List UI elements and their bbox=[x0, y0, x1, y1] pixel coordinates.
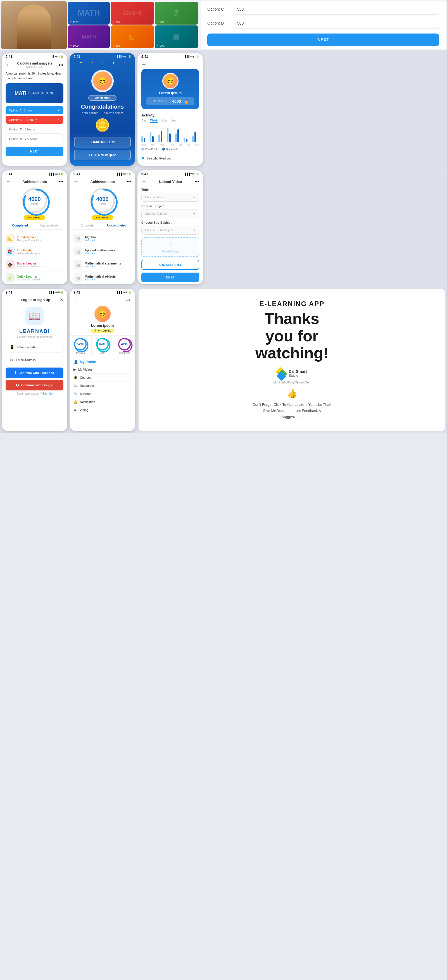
login-brand: LEARNABI bbox=[2, 328, 67, 334]
upload-back[interactable]: ← bbox=[142, 179, 146, 185]
next-button-row1[interactable]: NEXT bbox=[207, 33, 439, 46]
profile-status: ▐▐▐WiFi🔋 bbox=[184, 55, 199, 58]
share-results-btn[interactable]: SHARE RESULTS bbox=[74, 137, 131, 148]
menu-resources[interactable]: 📖 Resources bbox=[73, 382, 131, 390]
quiz-next-btn[interactable]: NEXT bbox=[6, 146, 64, 156]
signup-link[interactable]: Sign Up bbox=[43, 392, 53, 395]
quiz-option-d[interactable]: Option: D 2.5 hours bbox=[6, 135, 64, 143]
math-card-3[interactable]: 2 ♥ 238 bbox=[155, 2, 198, 25]
facebook-login-btn[interactable]: f Continue with Facebook bbox=[6, 368, 64, 378]
subject-label: Choose Subject bbox=[142, 204, 199, 208]
profile-top-section: 😊 Lorem ipsum Total Points | 4000 🏅 bbox=[142, 69, 199, 109]
see-who-liked[interactable]: ♥ See who liked you bbox=[137, 153, 203, 163]
quiz-option-c[interactable]: Option: C 3 hours bbox=[6, 125, 64, 134]
math-card-2[interactable]: 12+6=8 ♥ 335 bbox=[111, 2, 154, 25]
menu-courses[interactable]: 🎓 Courses bbox=[73, 374, 131, 382]
option-c-input: 558 bbox=[233, 4, 439, 14]
profile2-back[interactable]: ← bbox=[73, 297, 78, 303]
svg-point-2 bbox=[75, 339, 88, 352]
congrats-avatar-ring: 😊 bbox=[91, 70, 114, 92]
achieve2-tab-completed[interactable]: Completed bbox=[73, 222, 103, 229]
quiz-option-a[interactable]: Option: A 1 hour✓ bbox=[6, 106, 64, 114]
menu-setting[interactable]: ⚙ Setting bbox=[73, 406, 131, 414]
achieve-item-3[interactable]: 🎓 Super LearnerAlgebra and statistics bbox=[6, 258, 64, 272]
quiz-options-panel: Option: C 558 Option: D 580 NEXT bbox=[200, 1, 446, 49]
take-new-quiz-btn[interactable]: TAKE A NEW QUIZ bbox=[74, 150, 131, 160]
upload-title: Upload Video bbox=[159, 180, 182, 184]
achieve1-tab-uncompleted[interactable]: Uncompleted bbox=[35, 222, 64, 229]
courses-icon: 🎓 bbox=[73, 375, 78, 380]
profile-back[interactable]: ← bbox=[142, 62, 146, 67]
quiz-more-icon[interactable]: ••• bbox=[59, 62, 64, 68]
card2-count: 335 bbox=[116, 21, 120, 24]
person-image bbox=[1, 1, 67, 49]
unachieve-item-4[interactable]: ▦ Mathematical objects+20 point bbox=[73, 272, 131, 284]
profile-activity-phone: 9:41 ▐▐▐WiFi🔋 ← 😊 Lorem ipsum Total Poin… bbox=[137, 53, 203, 166]
achieve2-back[interactable]: ← bbox=[73, 179, 78, 185]
svg-point-1 bbox=[92, 189, 117, 215]
profile2-status: ▐▐▐ WiFi 🔋 bbox=[116, 291, 131, 294]
achieve1-tab-completed[interactable]: Completed bbox=[6, 222, 35, 229]
notification-icon: 🔔 bbox=[73, 400, 78, 404]
option-c-label: Option: C bbox=[207, 7, 230, 11]
subject-select[interactable]: Choose Subject ▼ bbox=[142, 209, 199, 218]
achieve1-more[interactable]: ••• bbox=[59, 179, 64, 185]
upload-more[interactable]: ••• bbox=[194, 179, 199, 185]
achieve2-score-ring: 4000 Points bbox=[90, 188, 115, 213]
achieve-item-4[interactable]: ⚡ Quick LearnerCalculus and analysis bbox=[6, 272, 64, 284]
congrats-phone: 9:41 ▐▐▐WiFi🔋 ✦ ✦ + ✦ × 😊 VIP Member Con… bbox=[70, 53, 135, 166]
thanks-text: Thanks you for watching! bbox=[255, 310, 328, 362]
profile2-name: Lorem ipsum bbox=[91, 323, 114, 328]
support-icon: 🔧 bbox=[73, 392, 78, 396]
row3-right-spacer bbox=[205, 170, 445, 284]
achieve-item-1[interactable]: 📐 The AchieverTheory of Computation bbox=[6, 232, 64, 245]
achieve2-status: ▐▐▐ WiFi 🔋 bbox=[116, 173, 131, 175]
studio-logo: Da_Smart Studio bbox=[277, 368, 307, 379]
achieve2-more[interactable]: ••• bbox=[127, 179, 131, 185]
phone-option[interactable]: 📱 Phone number bbox=[6, 342, 64, 352]
upload-next-btn[interactable]: NEXT bbox=[142, 272, 199, 282]
browser-file-btn[interactable]: BROWSER FILE bbox=[142, 260, 199, 270]
congrats-title: Congratulations bbox=[81, 103, 124, 110]
achieve2-tab-uncompleted[interactable]: Uncompleted bbox=[103, 222, 132, 229]
email-option[interactable]: ✉ Email Address bbox=[6, 355, 64, 365]
my-profile-section-title: 👤 My Profile bbox=[73, 360, 131, 364]
google-login-btn[interactable]: G Continue with Google bbox=[6, 380, 64, 390]
math-card-6[interactable]: 🔢 ♥ 200 bbox=[155, 25, 198, 48]
quiz-phone-title: Calculus and analysis bbox=[17, 62, 52, 65]
math-card-1[interactable]: MATH ♥ 1207 bbox=[68, 2, 110, 25]
sub-subject-select[interactable]: Choose Sub-Subject ▼ bbox=[142, 226, 199, 235]
login-close-icon[interactable]: ✕ bbox=[60, 297, 64, 302]
login-subtitle: Select desired login method bbox=[2, 336, 67, 339]
thanks-footer: Don't Forget Click To Appreciate If You … bbox=[253, 402, 331, 420]
tittle-select[interactable]: Choose Tittle ▼ bbox=[142, 193, 199, 202]
unachieve-item-1[interactable]: ▦ Algebra+40 point bbox=[73, 232, 131, 245]
card1-count: 1207 bbox=[73, 21, 78, 24]
achieve2-time: 9:41 bbox=[73, 172, 80, 176]
menu-my-videos[interactable]: ▶ My Videos bbox=[73, 366, 131, 374]
card3-count: 238 bbox=[160, 21, 164, 24]
upload-box[interactable]: ↑ Upload Video bbox=[142, 237, 199, 257]
achieve1-back[interactable]: ← bbox=[6, 179, 11, 185]
upload-video-phone: 9:41 ▐▐▐ WiFi 🔋 ← Upload Video ••• Tittl… bbox=[137, 170, 203, 284]
sub-subject-label: Choose Sub-Subject bbox=[142, 221, 199, 224]
profile2-edit-btn[interactable]: edit bbox=[126, 299, 131, 302]
math-card-5[interactable]: 📐 ♥ 300 bbox=[111, 25, 154, 48]
achieve-item-2[interactable]: 📚 The MasterMathematical objects bbox=[6, 245, 64, 258]
congrats-subtitle: Your earned +1000 free coins! bbox=[76, 111, 129, 115]
card5-count: 300 bbox=[116, 45, 120, 47]
menu-support[interactable]: 🔧 Support bbox=[73, 390, 131, 398]
unachieve-item-3[interactable]: ▦ Mathematical statements+30 point bbox=[73, 258, 131, 272]
activity-tabs[interactable]: Day Week Mon Year bbox=[142, 119, 199, 123]
quiz-back-arrow[interactable]: ← bbox=[6, 62, 11, 68]
quiz-option-b[interactable]: Option: B 1.5 hours✕ bbox=[6, 116, 64, 124]
resources-icon: 📖 bbox=[73, 384, 78, 388]
profile-time: 9:41 bbox=[142, 55, 148, 59]
login-status: ▐▐▐ WiFi 🔋 bbox=[49, 291, 64, 294]
unachieve-item-2[interactable]: ▦ Applied mathematics+30 point bbox=[73, 245, 131, 258]
achieve2-title: Achievements bbox=[90, 180, 115, 184]
math-card-4[interactable]: MATH ♥ 1000 bbox=[68, 25, 110, 48]
profile2-time: 9:41 bbox=[73, 290, 80, 294]
email-icon: ✉ bbox=[10, 358, 13, 362]
menu-notification[interactable]: 🔔 Notification bbox=[73, 398, 131, 406]
